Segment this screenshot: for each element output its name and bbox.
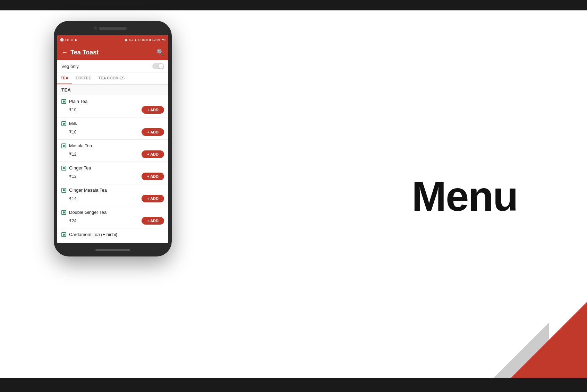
add-button-ginger-tea[interactable]: + ADD bbox=[142, 173, 164, 180]
app-bar: ← Tea Toast 🔍 bbox=[57, 44, 168, 60]
phone-home-bar bbox=[95, 249, 130, 251]
veg-only-label: Veg only bbox=[61, 64, 79, 69]
phone-screen: ⚪ HD ✉ ▶ ⏰ 4G ▲ ⊙ 81% ▮ 12:29 PM ← bbox=[57, 35, 168, 243]
menu-heading: Menu bbox=[412, 172, 518, 220]
item-price-ginger-tea: ₹12 bbox=[69, 174, 76, 179]
add-button-plain-tea[interactable]: + ADD bbox=[142, 106, 164, 114]
item-price-masala-tea: ₹12 bbox=[69, 152, 76, 157]
veg-icon-masala-tea bbox=[61, 143, 66, 148]
add-button-milk[interactable]: + ADD bbox=[142, 128, 164, 136]
add-button-masala-tea[interactable]: + ADD bbox=[142, 150, 164, 158]
item-name-masala-tea: Masala Tea bbox=[69, 143, 92, 148]
add-button-ginger-masala-tea[interactable]: + ADD bbox=[142, 195, 164, 202]
time-display: 12:29 PM bbox=[152, 38, 165, 42]
status-right-info: ⏰ 4G ▲ ⊙ 81% ▮ 12:29 PM bbox=[124, 38, 165, 42]
menu-item-masala-tea: Masala Tea ₹12 + ADD bbox=[57, 140, 168, 162]
item-name-plain-tea: Plain Tea bbox=[69, 99, 87, 104]
tab-coffee[interactable]: COFFEE bbox=[72, 72, 95, 84]
whatsapp-icon: ⚪ bbox=[60, 38, 64, 42]
item-price-milk: ₹10 bbox=[69, 130, 76, 134]
screen-content: Veg only TEA COFFEE TEA COOKIES bbox=[57, 60, 168, 243]
status-bar: ⚪ HD ✉ ▶ ⏰ 4G ▲ ⊙ 81% ▮ 12:29 PM bbox=[57, 35, 168, 44]
add-button-double-ginger-tea[interactable]: + ADD bbox=[142, 217, 164, 225]
menu-item-ginger-masala-tea: Ginger Masala Tea ₹14 + ADD bbox=[57, 184, 168, 206]
phone-shell: ⚪ HD ✉ ▶ ⏰ 4G ▲ ⊙ 81% ▮ 12:29 PM ← bbox=[54, 21, 172, 256]
bottom-bar bbox=[0, 378, 587, 392]
veg-toggle[interactable] bbox=[152, 63, 164, 69]
search-button[interactable]: 🔍 bbox=[156, 49, 164, 56]
status-left-icons: ⚪ HD ✉ ▶ bbox=[60, 38, 77, 42]
phone-mockup: ⚪ HD ✉ ▶ ⏰ 4G ▲ ⊙ 81% ▮ 12:29 PM ← bbox=[54, 21, 172, 256]
veg-icon-milk bbox=[61, 121, 66, 126]
hd-icon: HD bbox=[65, 38, 69, 42]
signal-icon: ▲ bbox=[134, 38, 137, 42]
top-bar bbox=[0, 0, 587, 10]
tab-tea[interactable]: TEA bbox=[57, 72, 72, 84]
veg-icon-cardamom-tea bbox=[61, 232, 66, 237]
alarm-icon: ⏰ bbox=[124, 38, 128, 42]
item-price-double-ginger-tea: ₹24 bbox=[69, 218, 76, 223]
veg-icon-ginger-masala-tea bbox=[61, 188, 66, 193]
item-name-cardamom-tea: Cardamom Tea (Elaichi) bbox=[69, 232, 117, 237]
section-header-tea: TEA bbox=[57, 85, 168, 95]
item-price-plain-tea: ₹10 bbox=[69, 107, 76, 112]
item-name-milk: Milk bbox=[69, 121, 77, 126]
battery-icon: ▮ bbox=[149, 38, 151, 42]
item-name-ginger-masala-tea: Ginger Masala Tea bbox=[69, 188, 107, 193]
tabs-row: TEA COFFEE TEA COOKIES bbox=[57, 72, 168, 85]
phone-camera bbox=[94, 26, 97, 30]
menu-list: Plain Tea ₹10 + ADD Milk bbox=[57, 95, 168, 243]
back-button[interactable]: ← bbox=[61, 49, 68, 56]
wifi-icon: ⊙ bbox=[138, 38, 141, 42]
veg-icon-ginger-tea bbox=[61, 166, 66, 171]
item-name-ginger-tea: Ginger Tea bbox=[69, 165, 91, 171]
toggle-knob bbox=[159, 64, 163, 69]
battery-percent: 81% bbox=[142, 38, 148, 42]
item-name-double-ginger-tea: Double Ginger Tea bbox=[69, 210, 107, 215]
veg-only-row: Veg only bbox=[57, 60, 168, 72]
item-price-ginger-masala-tea: ₹14 bbox=[69, 196, 76, 201]
triangle-red-decoration bbox=[511, 302, 587, 378]
veg-icon-double-ginger-tea bbox=[61, 210, 66, 215]
menu-item-cardamom-tea: Cardamom Tea (Elaichi) bbox=[57, 228, 168, 243]
tab-tea-cookies[interactable]: TEA COOKIES bbox=[95, 72, 128, 84]
app-title: Tea Toast bbox=[70, 49, 154, 56]
network-icon: 4G bbox=[129, 38, 133, 42]
menu-item-milk: Milk ₹10 + ADD bbox=[57, 117, 168, 140]
phone-speaker bbox=[99, 27, 127, 30]
mail-icon: ✉ bbox=[71, 38, 74, 42]
menu-item-plain-tea: Plain Tea ₹10 + ADD bbox=[57, 95, 168, 117]
menu-item-double-ginger-tea: Double Ginger Tea ₹24 + ADD bbox=[57, 206, 168, 228]
play-icon: ▶ bbox=[75, 38, 77, 42]
menu-item-ginger-tea: Ginger Tea ₹12 + ADD bbox=[57, 162, 168, 184]
veg-icon-plain-tea bbox=[61, 99, 66, 104]
